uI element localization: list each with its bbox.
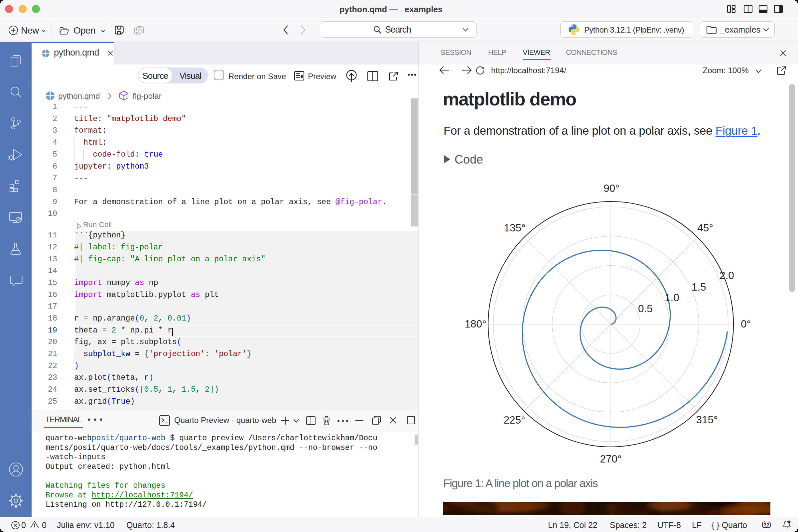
svg-text:135°: 135° xyxy=(504,222,525,234)
svg-text:225°: 225° xyxy=(504,414,525,426)
svg-text:270°: 270° xyxy=(600,453,622,465)
svg-text:180°: 180° xyxy=(464,318,486,330)
svg-text:315°: 315° xyxy=(696,414,718,425)
svg-text:2.0: 2.0 xyxy=(720,269,734,281)
svg-text:90°: 90° xyxy=(604,182,620,194)
svg-text:1.5: 1.5 xyxy=(691,281,706,293)
svg-text:45°: 45° xyxy=(697,222,713,234)
svg-text:0°: 0° xyxy=(741,318,751,330)
svg-text:0.5: 0.5 xyxy=(638,303,653,315)
svg-text:1.0: 1.0 xyxy=(665,291,679,304)
